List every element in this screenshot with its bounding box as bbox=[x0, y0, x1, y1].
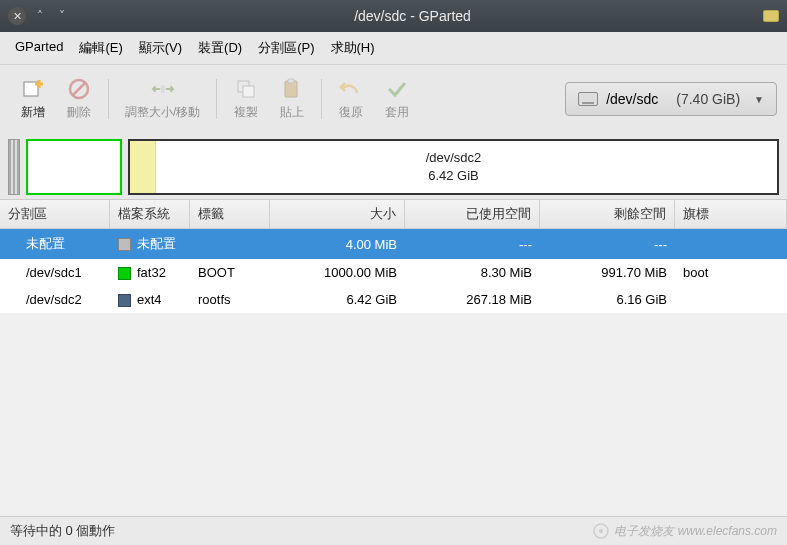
titlebar-right bbox=[755, 10, 779, 22]
cell-partition: /dev/sdc1 bbox=[0, 262, 110, 283]
table-row[interactable]: 未配置未配置4.00 MiB------ bbox=[0, 229, 787, 259]
fs-swatch-icon bbox=[118, 267, 131, 280]
svg-rect-3 bbox=[161, 85, 165, 92]
resize-icon bbox=[151, 77, 175, 101]
table-row[interactable]: /dev/sdc1fat32BOOT1000.00 MiB8.30 MiB991… bbox=[0, 259, 787, 286]
copy-label: 複製 bbox=[234, 104, 258, 121]
cell-flags: boot bbox=[675, 262, 787, 283]
col-size[interactable]: 大小 bbox=[270, 200, 405, 228]
table-row[interactable]: /dev/sdc2ext4rootfs6.42 GiB267.18 MiB6.1… bbox=[0, 286, 787, 313]
dropdown-arrow-icon: ▼ bbox=[754, 94, 764, 105]
diskmap-partition-sdc2[interactable]: /dev/sdc2 6.42 GiB bbox=[128, 139, 779, 195]
cell-flags bbox=[675, 241, 787, 247]
fs-swatch-icon bbox=[118, 238, 131, 251]
cell-label bbox=[190, 241, 270, 247]
resize-label: 調整大小/移動 bbox=[125, 104, 200, 121]
toolbar-separator bbox=[108, 79, 109, 119]
toolbar-separator bbox=[216, 79, 217, 119]
diskmap-part2-label: /dev/sdc2 6.42 GiB bbox=[426, 149, 482, 184]
cell-size: 1000.00 MiB bbox=[270, 262, 405, 283]
fs-swatch-icon bbox=[118, 294, 131, 307]
diskmap-used-fill bbox=[130, 141, 156, 193]
delete-icon bbox=[67, 77, 91, 101]
undo-button: 復原 bbox=[328, 73, 374, 125]
cell-partition: /dev/sdc2 bbox=[0, 289, 110, 310]
diskmap-part2-name: /dev/sdc2 bbox=[426, 149, 482, 167]
cell-unused: 991.70 MiB bbox=[540, 262, 675, 283]
delete-label: 刪除 bbox=[67, 104, 91, 121]
disk-icon bbox=[578, 92, 598, 106]
watermark-icon bbox=[592, 522, 610, 540]
paste-label: 貼上 bbox=[280, 104, 304, 121]
table-header: 分割區 檔案系統 標籤 大小 已使用空間 剩餘空間 旗標 bbox=[0, 200, 787, 229]
titlebar: ✕ ˄ ˅ /dev/sdc - GParted bbox=[0, 0, 787, 32]
svg-rect-7 bbox=[288, 79, 294, 83]
menu-gparted[interactable]: GParted bbox=[8, 36, 70, 60]
paste-button: 貼上 bbox=[269, 73, 315, 125]
cell-unused: 6.16 GiB bbox=[540, 289, 675, 310]
copy-icon bbox=[234, 77, 258, 101]
cell-filesystem: ext4 bbox=[110, 289, 190, 310]
cell-size: 4.00 MiB bbox=[270, 234, 405, 255]
app-badge-icon bbox=[763, 10, 779, 22]
svg-rect-5 bbox=[243, 86, 254, 97]
cell-size: 6.42 GiB bbox=[270, 289, 405, 310]
cell-filesystem: fat32 bbox=[110, 262, 190, 283]
menu-partition[interactable]: 分割區(P) bbox=[251, 36, 321, 60]
toolbar: 新增 刪除 調整大小/移動 複製 貼上 復原 套用 bbox=[0, 65, 787, 133]
pending-operations: 等待中的 0 個動作 bbox=[10, 522, 115, 540]
toolbar-separator bbox=[321, 79, 322, 119]
col-label[interactable]: 標籤 bbox=[190, 200, 270, 228]
diskmap-handle[interactable] bbox=[8, 139, 20, 195]
diskmap-part2-size: 6.42 GiB bbox=[426, 167, 482, 185]
col-partition[interactable]: 分割區 bbox=[0, 200, 110, 228]
watermark-url: www.elecfans.com bbox=[678, 524, 777, 538]
menu-edit[interactable]: 編輯(E) bbox=[72, 36, 129, 60]
menu-view[interactable]: 顯示(V) bbox=[132, 36, 189, 60]
watermark-brand: 电子发烧友 bbox=[614, 523, 674, 540]
col-flags[interactable]: 旗標 bbox=[675, 200, 787, 228]
menu-help[interactable]: 求助(H) bbox=[324, 36, 382, 60]
new-icon bbox=[21, 77, 45, 101]
cell-filesystem: 未配置 bbox=[110, 232, 190, 256]
cell-partition: 未配置 bbox=[0, 232, 110, 256]
menubar: GParted 編輯(E) 顯示(V) 裝置(D) 分割區(P) 求助(H) bbox=[0, 32, 787, 65]
col-used[interactable]: 已使用空間 bbox=[405, 200, 540, 228]
col-unused[interactable]: 剩餘空間 bbox=[540, 200, 675, 228]
paste-icon bbox=[280, 77, 304, 101]
cell-used: 267.18 MiB bbox=[405, 289, 540, 310]
statusbar: 等待中的 0 個動作 电子发烧友 www.elecfans.com bbox=[0, 516, 787, 545]
chevron-down-icon[interactable]: ˅ bbox=[54, 9, 70, 23]
window-title: /dev/sdc - GParted bbox=[70, 8, 755, 24]
diskmap-partition-sdc1[interactable] bbox=[26, 139, 122, 195]
partition-table: 分割區 檔案系統 標籤 大小 已使用空間 剩餘空間 旗標 未配置未配置4.00 … bbox=[0, 199, 787, 313]
device-size: (7.40 GiB) bbox=[676, 91, 740, 107]
menu-device[interactable]: 裝置(D) bbox=[191, 36, 249, 60]
chevron-up-icon[interactable]: ˄ bbox=[32, 9, 48, 23]
apply-icon bbox=[385, 77, 409, 101]
new-button[interactable]: 新增 bbox=[10, 73, 56, 125]
resize-button: 調整大小/移動 bbox=[115, 73, 210, 125]
device-name: /dev/sdc bbox=[606, 91, 658, 107]
close-icon[interactable]: ✕ bbox=[8, 7, 26, 25]
cell-label: rootfs bbox=[190, 289, 270, 310]
delete-button: 刪除 bbox=[56, 73, 102, 125]
apply-button: 套用 bbox=[374, 73, 420, 125]
device-selector[interactable]: /dev/sdc (7.40 GiB) ▼ bbox=[565, 82, 777, 116]
apply-label: 套用 bbox=[385, 104, 409, 121]
disk-map: /dev/sdc2 6.42 GiB bbox=[0, 133, 787, 199]
undo-label: 復原 bbox=[339, 104, 363, 121]
new-label: 新增 bbox=[21, 104, 45, 121]
svg-line-2 bbox=[73, 83, 85, 95]
watermark: 电子发烧友 www.elecfans.com bbox=[592, 522, 777, 540]
window-controls: ✕ ˄ ˅ bbox=[8, 7, 70, 25]
cell-unused: --- bbox=[540, 234, 675, 255]
undo-icon bbox=[339, 77, 363, 101]
cell-used: --- bbox=[405, 234, 540, 255]
cell-label: BOOT bbox=[190, 262, 270, 283]
svg-point-9 bbox=[599, 529, 603, 533]
col-filesystem[interactable]: 檔案系統 bbox=[110, 200, 190, 228]
copy-button: 複製 bbox=[223, 73, 269, 125]
cell-flags bbox=[675, 297, 787, 303]
cell-used: 8.30 MiB bbox=[405, 262, 540, 283]
